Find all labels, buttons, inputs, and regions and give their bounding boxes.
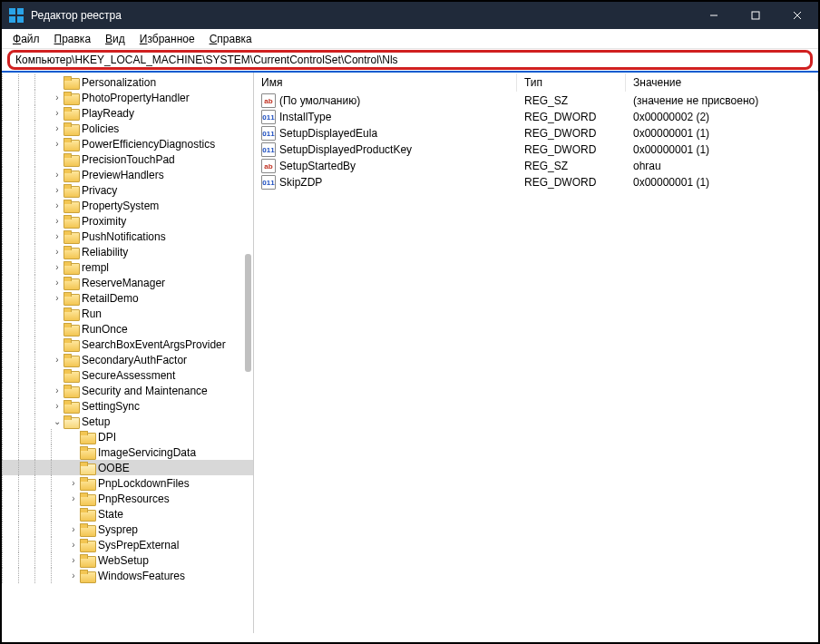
tree-item-label: ImageServicingData [98, 446, 196, 459]
menu-file[interactable]: Файл [5, 31, 47, 47]
value-data: 0x00000001 (1) [626, 143, 818, 156]
tree-item[interactable]: ›Privacy [2, 182, 253, 198]
scrollbar-thumb[interactable] [245, 254, 251, 372]
tree-item[interactable]: ›PushNotifications [2, 229, 253, 244]
tree-item-label: RunOnce [82, 323, 128, 336]
chevron-right-icon[interactable]: › [51, 93, 63, 102]
chevron-right-icon[interactable]: › [67, 555, 80, 565]
tree-item[interactable]: ›SysPrepExternal [2, 537, 253, 552]
chevron-right-icon[interactable]: › [51, 231, 63, 241]
list-pane[interactable]: Имя Тип Значение ab(По умолчанию)REG_SZ(… [254, 73, 818, 633]
chevron-right-icon[interactable]: › [51, 401, 63, 411]
value-row[interactable]: abSetupStartedByREG_SZohrau [254, 158, 818, 174]
value-row[interactable]: 011InstallTypeREG_DWORD0x00000002 (2) [254, 109, 818, 125]
tree-item[interactable]: ›Sysprep [2, 522, 253, 537]
folder-icon [63, 107, 78, 120]
tree-item[interactable]: ›PreviewHandlers [2, 167, 253, 182]
chevron-right-icon[interactable]: › [67, 540, 80, 550]
tree-item[interactable]: ImageServicingData [2, 444, 253, 460]
tree-item[interactable]: Personalization [2, 74, 253, 90]
value-row[interactable]: ab(По умолчанию)REG_SZ(значение не присв… [254, 93, 818, 109]
value-name: SetupDisplayedEula [279, 127, 377, 140]
chevron-right-icon[interactable]: › [67, 493, 80, 503]
tree-item[interactable]: ›Reliability [2, 244, 253, 259]
tree-item[interactable]: PrecisionTouchPad [2, 151, 253, 167]
maximize-button[interactable] [735, 2, 776, 29]
tree-item[interactable]: ›PnpResources [2, 491, 253, 506]
tree-item[interactable]: ›PlayReady [2, 105, 253, 121]
app-icon [9, 8, 24, 23]
chevron-right-icon[interactable]: › [67, 478, 80, 488]
column-type[interactable]: Тип [517, 73, 626, 92]
tree-item[interactable]: ›Policies [2, 121, 253, 136]
folder-icon [80, 523, 94, 536]
addressbar: Компьютер\HKEY_LOCAL_MACHINE\SYSTEM\Curr… [2, 49, 818, 71]
close-button[interactable] [776, 2, 818, 29]
chevron-right-icon[interactable]: › [51, 123, 63, 133]
tree-item[interactable]: ›rempl [2, 259, 253, 275]
folder-icon [80, 570, 94, 582]
chevron-right-icon[interactable]: › [51, 108, 63, 118]
tree-item[interactable]: ›WindowsFeatures [2, 568, 253, 583]
tree-item[interactable]: ⌄Setup [2, 414, 253, 429]
tree-item[interactable]: ›WebSetup [2, 552, 253, 568]
tree-item[interactable]: State [2, 506, 253, 522]
chevron-right-icon[interactable]: › [51, 185, 63, 195]
menu-help[interactable]: Справка [202, 31, 259, 47]
chevron-right-icon[interactable]: › [51, 355, 63, 365]
folder-icon [63, 338, 78, 351]
tree-item[interactable]: SearchBoxEventArgsProvider [2, 337, 253, 352]
tree-item[interactable]: ›PropertySystem [2, 198, 253, 213]
value-row[interactable]: 011SkipZDPREG_DWORD0x00000001 (1) [254, 174, 818, 190]
address-field[interactable]: Компьютер\HKEY_LOCAL_MACHINE\SYSTEM\Curr… [7, 50, 813, 70]
tree-item-label: PrecisionTouchPad [82, 153, 175, 166]
tree-item[interactable]: DPI [2, 429, 253, 444]
value-type: REG_SZ [517, 94, 626, 107]
menu-edit[interactable]: Правка [47, 31, 99, 47]
value-data: (значение не присвоено) [626, 94, 818, 107]
column-name[interactable]: Имя [254, 73, 517, 92]
chevron-right-icon[interactable]: › [67, 571, 80, 581]
tree-item[interactable]: Run [2, 306, 253, 321]
tree-item[interactable]: ›PowerEfficiencyDiagnostics [2, 136, 253, 151]
chevron-right-icon[interactable]: › [51, 247, 63, 257]
tree-item[interactable]: ›Security and Maintenance [2, 383, 253, 398]
value-row[interactable]: 011SetupDisplayedProductKeyREG_DWORD0x00… [254, 141, 818, 158]
tree-item[interactable]: ›PnpLockdownFiles [2, 475, 253, 491]
menu-view[interactable]: Вид [98, 31, 132, 47]
tree-item[interactable]: ›SettingSync [2, 398, 253, 414]
tree-pane[interactable]: Personalization›PhotoPropertyHandler›Pla… [2, 73, 254, 633]
chevron-right-icon[interactable]: › [51, 216, 63, 226]
tree-item[interactable]: ›ReserveManager [2, 275, 253, 290]
value-row[interactable]: 011SetupDisplayedEulaREG_DWORD0x00000001… [254, 125, 818, 141]
menu-favorites[interactable]: Избранное [132, 31, 202, 47]
tree-item-label: Sysprep [98, 523, 138, 536]
tree-item[interactable]: ›SecondaryAuthFactor [2, 352, 253, 367]
tree-item[interactable]: RunOnce [2, 321, 253, 337]
chevron-down-icon[interactable]: ⌄ [51, 416, 63, 426]
tree-item-label: PushNotifications [82, 230, 166, 243]
folder-icon [63, 369, 78, 382]
chevron-right-icon[interactable]: › [67, 524, 80, 534]
window-title: Редактор реестра [31, 9, 122, 22]
chevron-right-icon[interactable]: › [51, 139, 63, 149]
tree-item[interactable]: ›Proximity [2, 213, 253, 229]
chevron-right-icon[interactable]: › [51, 170, 63, 180]
tree-item[interactable]: SecureAssessment [2, 367, 253, 383]
tree-item[interactable]: OOBE [2, 460, 253, 475]
chevron-right-icon[interactable]: › [51, 262, 63, 272]
minimize-button[interactable] [693, 2, 735, 29]
value-data: 0x00000001 (1) [626, 176, 818, 189]
tree-item-label: PlayReady [82, 107, 134, 120]
chevron-right-icon[interactable]: › [51, 293, 63, 303]
folder-icon [63, 261, 78, 274]
tree-item[interactable]: ›PhotoPropertyHandler [2, 90, 253, 105]
folder-icon [63, 215, 78, 228]
chevron-right-icon[interactable]: › [51, 385, 63, 395]
column-data[interactable]: Значение [626, 73, 818, 92]
content-area: Personalization›PhotoPropertyHandler›Pla… [2, 71, 818, 633]
tree-item[interactable]: ›RetailDemo [2, 290, 253, 306]
folder-icon [80, 462, 94, 474]
chevron-right-icon[interactable]: › [51, 278, 63, 288]
chevron-right-icon[interactable]: › [51, 200, 63, 210]
